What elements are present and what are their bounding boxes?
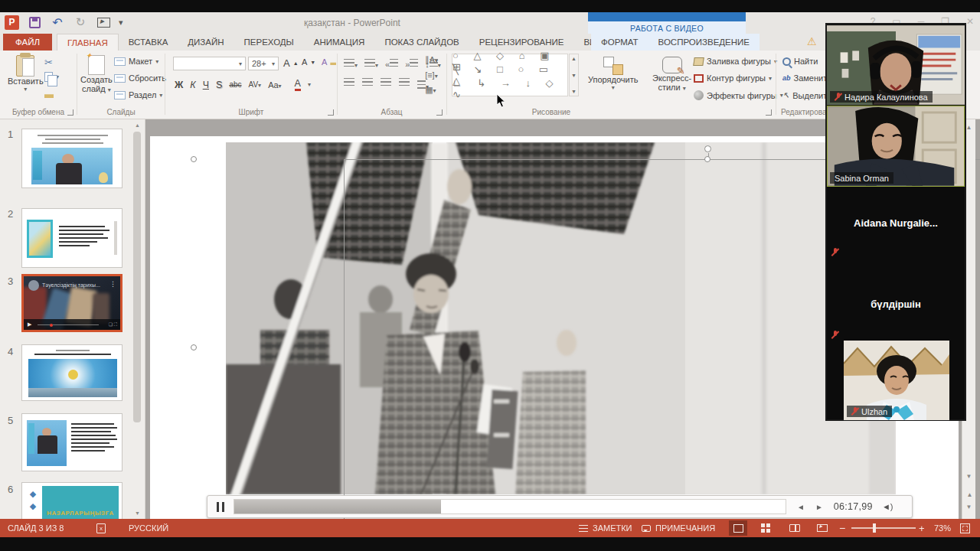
bullets-icon[interactable]: ▾	[344, 57, 358, 70]
section-button[interactable]: Раздел▾	[114, 90, 162, 99]
underline-button[interactable]: Ч	[203, 80, 209, 90]
bold-button[interactable]: Ж	[175, 80, 183, 90]
save-icon[interactable]	[27, 15, 42, 30]
thumb-scroll-thumb[interactable]	[133, 132, 141, 422]
tab-home[interactable]: ГЛАВНАЯ	[57, 34, 119, 51]
zoom-out-button[interactable]: −	[839, 519, 845, 537]
shapes-gallery-scroll[interactable]: ▲ ▼ ▼	[569, 54, 579, 96]
pause-icon[interactable]	[217, 502, 224, 512]
video-frame-photo[interactable]	[226, 142, 896, 494]
slide-thumbnail-2[interactable]	[21, 208, 122, 268]
resize-handle-n[interactable]	[704, 156, 710, 162]
cut-icon[interactable]: ✂	[44, 57, 53, 68]
tab-playback[interactable]: ВОСПРОИЗВЕДЕНИЕ	[648, 34, 760, 51]
reset-button[interactable]: Сбросить	[114, 73, 166, 83]
scroll-down-icon[interactable]: ▼	[962, 473, 975, 480]
zoom-slider-track[interactable]	[851, 527, 916, 529]
powerpoint-icon[interactable]: P	[5, 15, 19, 30]
tab-file[interactable]: ФАЙЛ	[3, 34, 52, 51]
zoom-slider-thumb[interactable]	[873, 523, 876, 533]
align-text-icon[interactable]: [≡]▾	[425, 70, 438, 80]
spellcheck-indicator[interactable]: х	[96, 519, 106, 537]
frame-back-icon[interactable]: ◄	[797, 503, 805, 511]
close-icon[interactable]: ✕	[966, 16, 974, 27]
participant-name-buldirshin[interactable]: бүлдіршін	[827, 298, 965, 310]
change-case-button[interactable]: Aa▾	[268, 80, 281, 90]
italic-button[interactable]: К	[190, 80, 195, 90]
slide-thumbnail-3-selected[interactable]: Тәуелсіздіктің тарихы... ⋮ ▶ ❏ ⛶	[21, 274, 122, 332]
format-painter-icon[interactable]	[44, 89, 54, 98]
text-shadow-button[interactable]: S	[216, 80, 222, 90]
align-center-icon[interactable]	[362, 78, 373, 86]
slide-thumbnail-4[interactable]	[21, 344, 122, 401]
drawing-dialog-launcher[interactable]	[766, 109, 772, 116]
shapes-more-icon[interactable]: ▼	[571, 89, 577, 94]
resize-handle-w[interactable]	[191, 344, 197, 350]
volume-icon[interactable]: ◄)	[882, 502, 893, 511]
tab-transitions[interactable]: ПЕРЕХОДЫ	[234, 34, 304, 51]
tab-format[interactable]: ФОРМАТ	[591, 34, 648, 51]
slideshow-view-button[interactable]	[813, 520, 831, 536]
font-dialog-launcher[interactable]	[328, 109, 334, 116]
paragraph-dialog-launcher[interactable]	[436, 109, 443, 116]
font-color-dropdown[interactable]: ▾	[308, 81, 311, 88]
clipboard-dialog-launcher[interactable]	[67, 109, 74, 116]
layout-button[interactable]: Макет▾	[114, 57, 158, 66]
clear-formatting-icon[interactable]: A	[322, 57, 336, 67]
tab-review[interactable]: РЕЦЕНЗИРОВАНИЕ	[469, 34, 574, 51]
customize-qat-icon[interactable]: ▾	[119, 18, 123, 28]
thumb-scroll-up-icon[interactable]: ▲	[133, 122, 142, 128]
notes-button[interactable]: ЗАМЕТКИ	[579, 519, 632, 537]
shapes-gallery[interactable]: ○ △ ◇ ⌂ ▣ ⊞ ╲ ↘ □ ○ ▭ △ ∟ ↳ → ↓ ◇ ∿	[452, 54, 568, 96]
increase-indent-icon[interactable]: »	[405, 59, 418, 69]
smartart-convert-icon[interactable]: ▦▾	[425, 85, 438, 95]
zoom-level[interactable]: 73%	[934, 519, 951, 537]
align-right-icon[interactable]	[381, 78, 391, 86]
tab-insert[interactable]: ВСТАВКА	[119, 34, 178, 51]
grow-font-button[interactable]: А▲	[283, 57, 299, 69]
start-slideshow-icon[interactable]	[96, 15, 111, 30]
shape-fill-button[interactable]: Заливка фигуры▾	[694, 57, 777, 66]
tab-slideshow[interactable]: ПОКАЗ СЛАЙДОВ	[374, 34, 469, 51]
thumbnails-scrollbar[interactable]: ▲ ▼	[132, 119, 143, 519]
normal-view-button[interactable]	[729, 520, 747, 536]
shape-effects-button[interactable]: Эффекты фигуры▾	[694, 90, 783, 100]
play-icon[interactable]: ▶	[28, 321, 31, 328]
participant-tile-sabina[interactable]: Sabina Orman	[827, 106, 965, 187]
arrange-button[interactable]: Упорядочить▾	[588, 57, 638, 91]
undo-icon[interactable]: ↶	[50, 15, 65, 30]
font-size-combobox[interactable]: 28+▾	[248, 57, 279, 70]
resize-handle-nw[interactable]	[191, 156, 197, 162]
shapes-scroll-down-icon[interactable]: ▼	[571, 73, 577, 78]
shapes-scroll-up-icon[interactable]: ▲	[571, 56, 577, 61]
find-button[interactable]: Найти	[782, 57, 818, 66]
tab-animations[interactable]: АНИМАЦИЯ	[304, 34, 375, 51]
slide-sorter-view-button[interactable]	[756, 520, 775, 536]
new-slide-button[interactable]: Создать слайд ▾	[80, 55, 113, 93]
slide-counter[interactable]: СЛАЙД 3 ИЗ 8	[8, 519, 64, 537]
tab-design[interactable]: ДИЗАЙН	[178, 34, 234, 51]
comments-button[interactable]: ПРИМЕЧАНИЯ	[642, 519, 715, 537]
kebab-menu-icon[interactable]: ⋮	[109, 280, 116, 288]
fit-to-window-button[interactable]	[960, 519, 970, 537]
participant-name-aidana[interactable]: Aidana Nurgalie...	[827, 217, 965, 229]
text-direction-icon[interactable]: ∥A▾	[425, 55, 438, 65]
thumb-scroll-down-icon[interactable]: ▼	[133, 510, 142, 516]
warning-icon[interactable]: ⚠	[807, 35, 817, 47]
slide-thumbnail-6[interactable]: ◆◆ НАЗАРЛАРЫҢЫЗҒА	[21, 482, 122, 519]
slide-thumbnail-5[interactable]	[21, 413, 122, 471]
participant-tile-ulzhan[interactable]: Ulzhan	[844, 341, 949, 420]
zoom-in-button[interactable]: +	[919, 519, 925, 537]
numbering-icon[interactable]: ▾	[364, 57, 378, 70]
slide-thumbnail-1[interactable]	[21, 129, 122, 188]
align-left-icon[interactable]	[344, 78, 354, 86]
quick-styles-button[interactable]: Экспресс- стили ▾	[652, 57, 691, 92]
copy-icon[interactable]: ▾	[44, 72, 59, 82]
font-color-button[interactable]: А	[295, 78, 301, 91]
previous-slide-icon[interactable]: ▲	[962, 491, 975, 498]
strikethrough-button[interactable]: abc	[229, 80, 241, 89]
rotation-handle[interactable]	[704, 145, 711, 152]
font-name-combobox[interactable]: ▾	[173, 57, 246, 70]
character-spacing-button[interactable]: AV▾	[249, 80, 262, 89]
next-slide-icon[interactable]: ▼	[962, 504, 975, 510]
